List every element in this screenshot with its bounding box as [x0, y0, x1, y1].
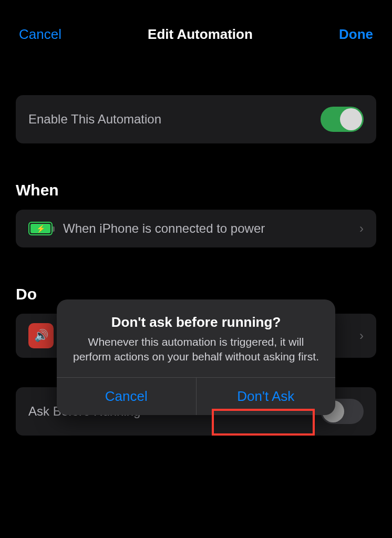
enable-automation-label: Enable This Automation: [28, 112, 161, 127]
when-section-title: When: [16, 181, 376, 199]
chevron-right-icon: ›: [359, 221, 364, 236]
alert-confirm-button[interactable]: Don't Ask: [196, 378, 336, 415]
page-title: Edit Automation: [148, 26, 253, 43]
cancel-button[interactable]: Cancel: [19, 26, 61, 43]
enable-automation-toggle[interactable]: [321, 107, 364, 132]
enable-automation-row: Enable This Automation: [16, 95, 376, 143]
alert-body: Don't ask before running? Whenever this …: [57, 299, 335, 377]
navigation-header: Cancel Edit Automation Done: [0, 0, 392, 58]
confirmation-alert: Don't ask before running? Whenever this …: [57, 299, 335, 415]
alert-cancel-button[interactable]: Cancel: [57, 378, 196, 415]
done-button[interactable]: Done: [339, 26, 373, 43]
toggle-knob: [340, 108, 362, 130]
battery-charging-icon: ⚡: [28, 222, 53, 235]
trigger-row[interactable]: ⚡ When iPhone is connected to power ›: [16, 210, 376, 247]
speaker-icon: 🔊: [28, 323, 54, 348]
chevron-right-icon: ›: [359, 328, 364, 343]
alert-buttons: Cancel Don't Ask: [57, 377, 335, 415]
alert-title: Don't ask before running?: [71, 314, 321, 330]
alert-message: Whenever this automation is triggered, i…: [71, 335, 321, 365]
trigger-text: When iPhone is connected to power: [63, 221, 349, 236]
